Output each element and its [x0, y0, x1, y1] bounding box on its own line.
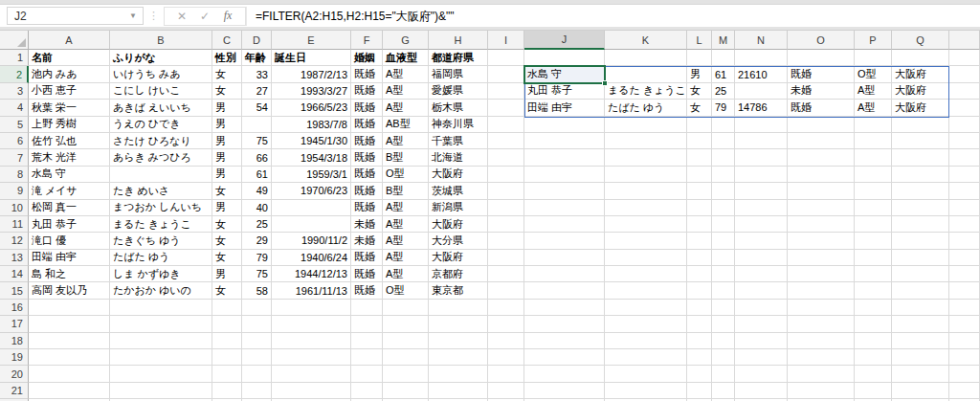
cell-A3[interactable]: 小西 恵子: [29, 83, 110, 100]
cell-partial18[interactable]: [949, 333, 980, 349]
cell-K13[interactable]: [605, 250, 687, 266]
cell-H10[interactable]: 新潟県: [429, 200, 488, 216]
cell-A21[interactable]: [29, 383, 110, 399]
cell-D4[interactable]: 54: [242, 100, 272, 116]
cancel-icon[interactable]: ✕: [170, 10, 193, 23]
cell-O14[interactable]: [788, 266, 855, 282]
cell-I11[interactable]: [488, 216, 524, 233]
cell-A7[interactable]: 荒木 光洋: [29, 149, 110, 166]
cell-L6[interactable]: [687, 133, 712, 149]
fill-handle[interactable]: [602, 80, 608, 86]
cell-F1[interactable]: 婚姻: [351, 50, 383, 66]
cell-J15[interactable]: [524, 282, 605, 299]
cell-M8[interactable]: [712, 167, 735, 183]
cell-B14[interactable]: しま かずゆき: [110, 266, 212, 282]
cell-Q16[interactable]: [892, 300, 949, 316]
cell-C13[interactable]: 女: [212, 250, 242, 266]
cell-H7[interactable]: 北海道: [429, 149, 488, 166]
cell-J1[interactable]: [524, 50, 605, 66]
cell-J19[interactable]: [524, 349, 605, 366]
cell-D13[interactable]: 79: [242, 250, 272, 266]
cell-P1[interactable]: [855, 50, 892, 66]
cell-J4[interactable]: 田端 由宇: [524, 100, 605, 116]
cell-F11[interactable]: 未婚: [351, 216, 383, 233]
cell-B21[interactable]: [110, 383, 212, 399]
cell-P8[interactable]: [855, 167, 892, 183]
cell-M21[interactable]: [712, 383, 735, 399]
cell-G21[interactable]: [383, 383, 429, 399]
cell-Q10[interactable]: [892, 200, 949, 216]
cell-P12[interactable]: [855, 233, 892, 249]
cell-J5[interactable]: [524, 117, 605, 133]
cell-J9[interactable]: [524, 183, 605, 199]
cell-H16[interactable]: [429, 300, 488, 316]
cell-J18[interactable]: [524, 333, 605, 349]
cell-Q13[interactable]: [892, 250, 949, 266]
cell-F6[interactable]: 既婚: [351, 133, 383, 149]
row-header-5[interactable]: 5: [0, 117, 29, 133]
cell-I19[interactable]: [488, 349, 524, 366]
cell-P20[interactable]: [855, 366, 892, 382]
cell-H17[interactable]: [429, 316, 488, 332]
cell-E5[interactable]: 1983/7/8: [272, 117, 351, 133]
cell-D11[interactable]: 25: [242, 216, 272, 233]
cell-D7[interactable]: 66: [242, 149, 272, 166]
column-header-B[interactable]: B: [110, 31, 212, 50]
cell-H2[interactable]: 福岡県: [429, 66, 488, 82]
cell-B17[interactable]: [110, 316, 212, 332]
cell-G11[interactable]: A型: [383, 216, 429, 233]
cell-M14[interactable]: [712, 266, 735, 282]
cell-Q11[interactable]: [892, 216, 949, 233]
cell-Q17[interactable]: [892, 316, 949, 332]
cell-H14[interactable]: 京都府: [429, 266, 488, 282]
cell-L17[interactable]: [687, 316, 712, 332]
cell-C10[interactable]: 男: [212, 200, 242, 216]
column-header-L[interactable]: L: [687, 31, 712, 50]
cell-P19[interactable]: [855, 349, 892, 366]
cell-D21[interactable]: [242, 383, 272, 399]
cell-partial10[interactable]: [949, 200, 980, 216]
cell-partial4[interactable]: [949, 100, 980, 116]
row-header-7[interactable]: 7: [0, 149, 29, 166]
cell-G8[interactable]: O型: [383, 167, 429, 183]
cell-E15[interactable]: 1961/11/13: [272, 282, 351, 299]
cell-Q5[interactable]: [892, 117, 949, 133]
cell-O18[interactable]: [788, 333, 855, 349]
cell-H5[interactable]: 神奈川県: [429, 117, 488, 133]
cell-G1[interactable]: 血液型: [383, 50, 429, 66]
cell-N1[interactable]: [735, 50, 788, 66]
column-header-G[interactable]: G: [383, 31, 429, 50]
cell-partial3[interactable]: [949, 83, 980, 100]
cell-A13[interactable]: 田端 由宇: [29, 250, 110, 266]
cell-K9[interactable]: [605, 183, 687, 199]
column-header-K[interactable]: K: [605, 31, 687, 50]
column-header-O[interactable]: O: [788, 31, 855, 50]
cell-F18[interactable]: [351, 333, 383, 349]
cell-E8[interactable]: 1959/3/1: [272, 167, 351, 183]
cell-M9[interactable]: [712, 183, 735, 199]
cell-N6[interactable]: [735, 133, 788, 149]
cell-N15[interactable]: [735, 282, 788, 299]
cell-E10[interactable]: [272, 200, 351, 216]
cell-E14[interactable]: 1944/12/13: [272, 266, 351, 282]
cell-I7[interactable]: [488, 149, 524, 166]
cell-E2[interactable]: 1987/2/13: [272, 66, 351, 82]
cell-E6[interactable]: 1945/1/30: [272, 133, 351, 149]
cell-J16[interactable]: [524, 300, 605, 316]
cell-G15[interactable]: O型: [383, 282, 429, 299]
cell-E11[interactable]: [272, 216, 351, 233]
cell-E4[interactable]: 1966/5/23: [272, 100, 351, 116]
cell-M7[interactable]: [712, 149, 735, 166]
cell-C19[interactable]: [212, 349, 242, 366]
row-header-15[interactable]: 15: [0, 282, 29, 299]
cell-K14[interactable]: [605, 266, 687, 282]
cell-C2[interactable]: 女: [212, 66, 242, 82]
cell-Q18[interactable]: [892, 333, 949, 349]
cell-partial8[interactable]: [949, 167, 980, 183]
cell-H18[interactable]: [429, 333, 488, 349]
cell-I17[interactable]: [488, 316, 524, 332]
cell-B19[interactable]: [110, 349, 212, 366]
cell-partial14[interactable]: [949, 266, 980, 282]
cell-partial19[interactable]: [949, 349, 980, 366]
cell-G7[interactable]: B型: [383, 149, 429, 166]
